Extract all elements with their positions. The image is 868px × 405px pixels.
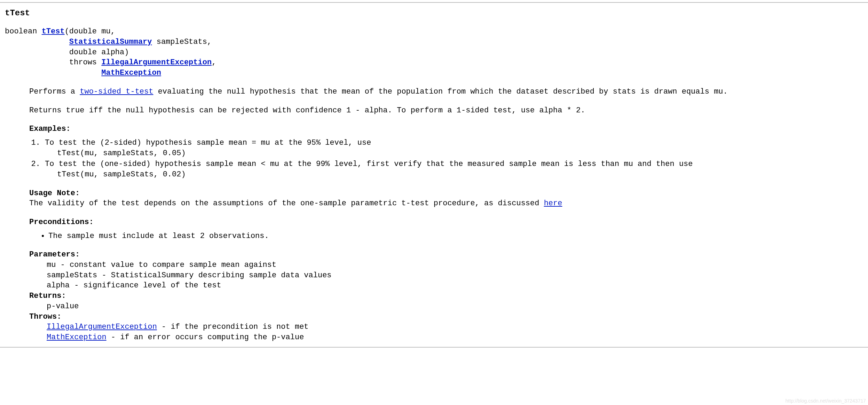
definitions: Parameters: mu - constant value to compa… xyxy=(29,249,863,342)
parameters-heading: Parameters: xyxy=(29,249,863,260)
preconditions-list: The sample must include at least 2 obser… xyxy=(29,231,863,241)
throws-desc: - if the precondition is not met xyxy=(157,323,309,331)
example-line: To test the (2-sided) hypothesis sample … xyxy=(45,138,863,148)
method-name-link[interactable]: tTest xyxy=(42,27,65,36)
returns-value: p-value xyxy=(29,301,863,312)
sig-open: (double mu, xyxy=(65,27,115,36)
list-item: To test the (one-sided) hypothesis sampl… xyxy=(45,159,863,180)
usage-note-heading: Usage Note: xyxy=(29,189,80,198)
throws-item: MathException - if an error occurs compu… xyxy=(29,332,863,343)
two-sided-t-test-link[interactable]: two-sided t-test xyxy=(80,87,153,96)
throws-indent xyxy=(5,69,101,77)
throws-keyword: throws xyxy=(69,58,101,67)
examples-heading: Examples: xyxy=(29,124,863,134)
sig-param2: sampleStats, xyxy=(152,38,212,46)
method-body: Performs a two-sided t-test evaluating t… xyxy=(29,87,863,343)
illegal-argument-exception-link[interactable]: IllegalArgumentException xyxy=(47,323,157,331)
returns-heading: Returns: xyxy=(29,291,863,301)
examples-list: To test the (2-sided) hypothesis sample … xyxy=(29,138,863,180)
sig-param3: double alpha) xyxy=(69,48,129,57)
usage-note-block: Usage Note: The validity of the test dep… xyxy=(29,188,863,209)
throws-item: IllegalArgumentException - if the precon… xyxy=(29,322,863,332)
example-line: To test the (one-sided) hypothesis sampl… xyxy=(45,159,863,169)
desc-text: evaluating the null hypothesis that the … xyxy=(153,87,727,96)
method-detail-block: tTest boolean tTest(double mu, Statistic… xyxy=(0,2,868,348)
list-item: To test the (2-sided) hypothesis sample … xyxy=(45,138,863,158)
method-name-heading: tTest xyxy=(5,8,863,19)
param-item: alpha - significance level of the test xyxy=(29,280,863,291)
math-exception-link[interactable]: MathException xyxy=(101,69,161,77)
example-code: tTest(mu, sampleStats, 0.05) xyxy=(45,148,863,159)
sig-indent xyxy=(5,48,69,57)
sig-indent xyxy=(5,38,69,46)
desc-text: Performs a xyxy=(29,87,80,96)
example-code: tTest(mu, sampleStats, 0.02) xyxy=(45,169,863,180)
sig-indent xyxy=(5,58,69,67)
preconditions-heading: Preconditions: xyxy=(29,217,863,228)
list-item: The sample must include at least 2 obser… xyxy=(48,231,863,241)
return-type: boolean xyxy=(5,27,42,36)
comma: , xyxy=(212,58,216,67)
param-item: sampleStats - StatisticalSummary describ… xyxy=(29,270,863,281)
throws-desc: - if an error occurs computing the p-val… xyxy=(106,333,304,342)
description-para-1: Performs a two-sided t-test evaluating t… xyxy=(29,87,863,97)
here-link[interactable]: here xyxy=(544,199,562,208)
description-para-2: Returns true iff the null hypothesis can… xyxy=(29,105,863,116)
method-signature: boolean tTest(double mu, StatisticalSumm… xyxy=(5,26,863,78)
param-item: mu - constant value to compare sample me… xyxy=(29,260,863,270)
usage-note-text: The validity of the test depends on the … xyxy=(29,199,544,208)
throws-heading: Throws: xyxy=(29,312,863,322)
statistical-summary-link[interactable]: StatisticalSummary xyxy=(69,38,152,46)
math-exception-link[interactable]: MathException xyxy=(47,333,106,342)
illegal-argument-exception-link[interactable]: IllegalArgumentException xyxy=(101,58,212,67)
